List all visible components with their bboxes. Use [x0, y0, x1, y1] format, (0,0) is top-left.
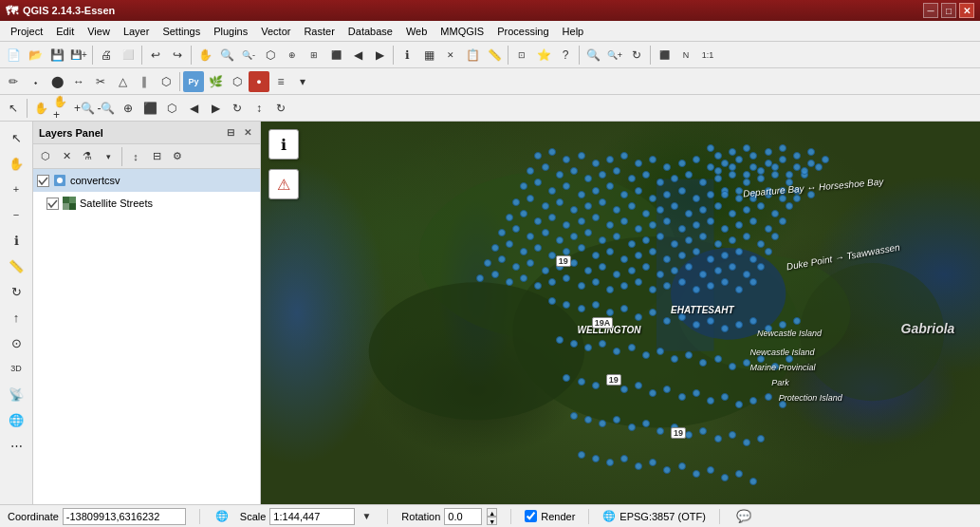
map-error-button[interactable]: ⚠	[268, 169, 299, 199]
edit-mode-button[interactable]: ✏	[3, 71, 24, 92]
digitize-button[interactable]: ⬩	[25, 71, 46, 92]
minimize-button[interactable]: ─	[923, 3, 938, 18]
strip-tilt[interactable]: ⊙	[3, 330, 29, 355]
strip-select[interactable]: ↖	[3, 125, 29, 150]
menu-database[interactable]: Database	[342, 24, 399, 39]
close-button[interactable]: ✕	[959, 3, 974, 18]
identify-button[interactable]: ℹ	[397, 45, 417, 66]
plugin2-button[interactable]: ●	[249, 71, 269, 92]
add-feature-button[interactable]: ⬤	[46, 71, 67, 92]
zoom-in3-button[interactable]: +🔍	[74, 98, 95, 119]
rotation-down[interactable]: ▼	[487, 517, 497, 525]
select-button[interactable]: ▦	[418, 45, 439, 66]
menu-raster[interactable]: Raster	[297, 24, 341, 39]
strip-zoom-in[interactable]: +	[3, 177, 29, 201]
open-project-button[interactable]: 📂	[25, 45, 46, 66]
pan3-button[interactable]: ✋	[30, 98, 51, 119]
coordinate-input[interactable]	[63, 508, 186, 525]
zoom-layer-button[interactable]: ⊞	[304, 45, 324, 66]
new-project-button[interactable]: 📄	[3, 45, 24, 66]
zoom-layer3-button[interactable]: ⬛	[139, 98, 160, 119]
strip-zoom-out[interactable]: −	[3, 202, 29, 227]
strip-identify[interactable]: ℹ	[3, 228, 29, 253]
next-zoom-button[interactable]: ▶	[369, 45, 390, 66]
layers-undock-button[interactable]: ⊟	[224, 126, 237, 140]
layer-item-satellite[interactable]: Satellite Streets	[33, 192, 260, 215]
menu-project[interactable]: Project	[4, 24, 49, 39]
strip-pan[interactable]: ✋	[3, 151, 29, 176]
strip-rotate[interactable]: ↻	[3, 279, 29, 304]
rubber-band-button[interactable]: ⬡	[260, 45, 281, 66]
save-as-button[interactable]: 💾+	[68, 45, 89, 66]
layers-close-button[interactable]: ✕	[241, 126, 254, 140]
save-project-button[interactable]: 💾	[46, 45, 67, 66]
strip-gps[interactable]: 📡	[3, 382, 29, 406]
scale-dropdown[interactable]: ▼	[359, 508, 374, 525]
strip-wms[interactable]: 🌐	[3, 407, 29, 432]
menu-plugins[interactable]: Plugins	[207, 24, 254, 39]
deselect-button[interactable]: ✕	[440, 45, 461, 66]
north-button[interactable]: N	[675, 45, 696, 66]
layer-visibility-convertcsv[interactable]	[37, 175, 49, 187]
move-feature-button[interactable]: ↔	[68, 71, 89, 92]
rotation-up[interactable]: ▲	[487, 508, 497, 517]
pan-button[interactable]: ✋	[194, 45, 215, 66]
zoom-out-button[interactable]: 🔍-	[238, 45, 259, 66]
menu-edit[interactable]: Edit	[49, 24, 81, 39]
maximize-button[interactable]: □	[941, 3, 956, 18]
strip-measure[interactable]: 📏	[3, 254, 29, 278]
redo-button[interactable]: ↪	[167, 45, 188, 66]
scale-input[interactable]	[269, 508, 355, 525]
reshape-button[interactable]: △	[112, 71, 133, 92]
zoom-full-button[interactable]: ⊕	[282, 45, 303, 66]
strip-3d[interactable]: 3D	[3, 356, 29, 381]
refresh-button[interactable]: ↻	[626, 45, 647, 66]
print2-button[interactable]: ⬜	[118, 45, 139, 66]
zoom-in-button[interactable]: 🔍	[216, 45, 237, 66]
expand-all-button[interactable]: ↕	[126, 147, 145, 166]
menu-processing[interactable]: Processing	[490, 24, 555, 39]
menu-web[interactable]: Web	[399, 24, 434, 39]
node-tool-button[interactable]: ⬡	[156, 71, 176, 92]
undo-button[interactable]: ↩	[145, 45, 166, 66]
plugin1-button[interactable]: ⬡	[227, 71, 248, 92]
layer-item-convertcsv[interactable]: convertcsv	[33, 169, 260, 192]
refresh3-button[interactable]: ↻	[227, 98, 248, 119]
remove-layer-button[interactable]: ✕	[57, 147, 76, 166]
open-dbm-button[interactable]: ▾	[99, 147, 118, 166]
map-info-button[interactable]: ℹ	[268, 129, 299, 160]
menu-settings[interactable]: Settings	[156, 24, 207, 39]
bookmarks-button[interactable]: ⭐	[533, 45, 554, 66]
menu-help[interactable]: Help	[556, 24, 591, 39]
coord-search-button[interactable]: 🔍	[582, 45, 603, 66]
tilt3-button[interactable]: ↕	[249, 98, 269, 119]
zoom-selected-button[interactable]: ⬛	[325, 45, 346, 66]
filter-layer-button[interactable]: ⚗	[78, 147, 97, 166]
zoom-native-button[interactable]: 1:1	[697, 45, 718, 66]
scale-btn[interactable]: ⊡	[511, 45, 532, 66]
strip-extra[interactable]: ⋯	[3, 433, 29, 458]
print-button[interactable]: 🖨	[96, 45, 117, 66]
select-feature-button[interactable]: ↖	[3, 98, 24, 119]
measure-button[interactable]: 📏	[484, 45, 505, 66]
layers-settings-button[interactable]: ⚙	[168, 147, 187, 166]
zoom-select3-button[interactable]: ⬡	[161, 98, 182, 119]
zoom-extent3-button[interactable]: ⊕	[118, 98, 139, 119]
menu-layer[interactable]: Layer	[117, 24, 157, 39]
menu-vector[interactable]: Vector	[254, 24, 297, 39]
map-area[interactable]: Newcastle Island Newcastle Island Marine…	[261, 122, 980, 504]
grass-button[interactable]: 🌿	[205, 71, 226, 92]
extent-button[interactable]: ⬛	[654, 45, 675, 66]
zoom-next3-button[interactable]: ▶	[205, 98, 226, 119]
prev-zoom-button[interactable]: ◀	[347, 45, 368, 66]
render-checkbox[interactable]	[525, 510, 537, 522]
tips-button[interactable]: ?	[555, 45, 576, 66]
menu-mmqgis[interactable]: MMQGIS	[434, 24, 490, 39]
layer-visibility-satellite[interactable]	[46, 198, 59, 210]
rotate3-button[interactable]: ↻	[270, 98, 291, 119]
delete-feature-button[interactable]: ✂	[90, 71, 111, 92]
zoom-out3-button[interactable]: -🔍	[96, 98, 117, 119]
zoom-prev3-button[interactable]: ◀	[183, 98, 204, 119]
open-table-button[interactable]: 📋	[462, 45, 483, 66]
plugin3-button[interactable]: ≡	[270, 71, 291, 92]
